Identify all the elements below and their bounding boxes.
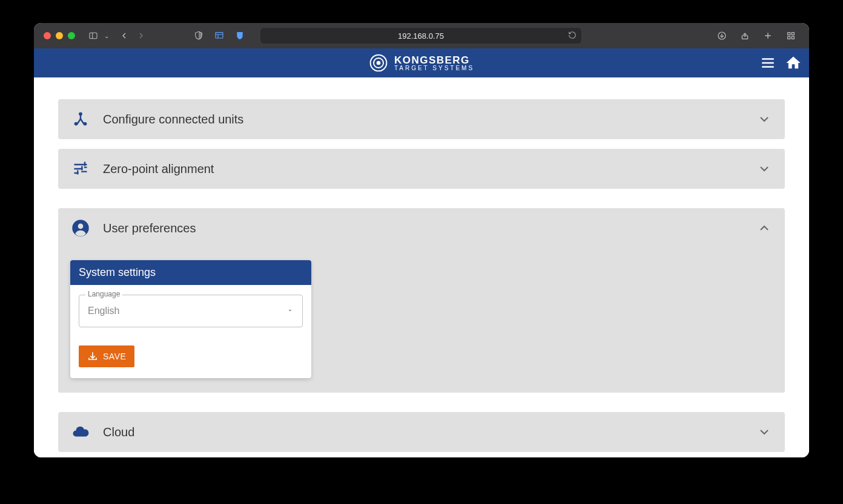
- chevron-down-icon: [757, 162, 772, 176]
- accordion-title: User preferences: [103, 221, 744, 235]
- extension-bitwarden-icon[interactable]: [231, 27, 248, 44]
- chevron-up-icon: [757, 221, 772, 235]
- svg-point-21: [79, 112, 82, 116]
- svg-rect-26: [84, 162, 85, 166]
- app-header: KONGSBERG TARGET SYSTEMS: [34, 48, 809, 77]
- accordion-header-zero[interactable]: Zero-point alignment: [58, 149, 785, 189]
- svg-rect-11: [788, 33, 790, 35]
- svg-rect-25: [81, 166, 82, 170]
- tab-overview-icon[interactable]: [782, 27, 799, 44]
- cloud-icon: [71, 423, 90, 441]
- browser-window: ⌄ 192.168.0.75: [34, 23, 809, 457]
- share-icon[interactable]: [736, 27, 753, 44]
- language-value: English: [88, 306, 286, 316]
- system-settings-card: System settings Language English: [70, 260, 311, 378]
- minimize-window-button[interactable]: [56, 32, 63, 39]
- brand-name: KONGSBERG: [394, 55, 474, 65]
- card-header: System settings: [70, 260, 311, 285]
- extension-devtools-icon[interactable]: [211, 27, 228, 44]
- address-bar[interactable]: 192.168.0.75: [260, 28, 581, 44]
- close-window-button[interactable]: [44, 32, 51, 39]
- svg-rect-12: [792, 33, 794, 35]
- reload-icon[interactable]: [568, 31, 577, 41]
- shield-icon[interactable]: [190, 27, 207, 44]
- user-icon: [71, 219, 90, 237]
- accordion-header-userprefs[interactable]: User preferences: [58, 208, 785, 248]
- accordion-configure-units: Configure connected units: [58, 99, 785, 139]
- accordion-header-cloud[interactable]: Cloud: [58, 412, 785, 452]
- sidebar-toggle-icon[interactable]: [85, 27, 102, 44]
- accordion-cloud: Cloud: [58, 412, 785, 452]
- svg-point-17: [377, 61, 381, 65]
- accordion-title: Cloud: [103, 425, 744, 439]
- svg-rect-13: [788, 36, 790, 39]
- accordion-zero-point: Zero-point alignment: [58, 149, 785, 189]
- maximize-window-button[interactable]: [68, 32, 75, 39]
- svg-rect-14: [792, 36, 794, 39]
- window-controls: [44, 32, 75, 39]
- tune-icon: [71, 160, 90, 178]
- dropdown-caret-icon: [286, 306, 294, 316]
- menu-button[interactable]: [759, 54, 776, 71]
- svg-rect-24: [77, 170, 78, 174]
- brand-logo-icon: [369, 53, 388, 73]
- save-download-icon: [87, 351, 98, 362]
- svg-rect-2: [216, 33, 223, 38]
- language-label: Language: [85, 290, 122, 298]
- chevron-down-icon: [757, 425, 772, 439]
- accordion-user-preferences: User preferences System settings Languag…: [58, 208, 785, 393]
- save-button[interactable]: SAVE: [79, 345, 134, 367]
- svg-rect-0: [90, 33, 97, 38]
- nav-back-button[interactable]: [116, 27, 132, 44]
- brand-subtitle: TARGET SYSTEMS: [394, 65, 474, 71]
- language-select[interactable]: Language English: [79, 295, 303, 327]
- nav-forward-button[interactable]: [133, 27, 149, 44]
- downloads-icon[interactable]: [713, 27, 730, 44]
- accordion-title: Zero-point alignment: [103, 162, 744, 176]
- hub-icon: [71, 110, 90, 128]
- new-tab-icon[interactable]: [759, 27, 776, 44]
- save-button-label: SAVE: [103, 352, 126, 361]
- brand: KONGSBERG TARGET SYSTEMS: [369, 53, 474, 73]
- page-content: Configure connected units Zero-point ali…: [34, 77, 809, 457]
- accordion-body-userprefs: System settings Language English: [58, 248, 785, 393]
- chevron-down-icon: [757, 112, 772, 126]
- accordion-header-configure[interactable]: Configure connected units: [58, 99, 785, 139]
- svg-point-28: [78, 224, 84, 229]
- browser-titlebar: ⌄ 192.168.0.75: [34, 23, 809, 48]
- url-text: 192.168.0.75: [398, 31, 444, 41]
- sidebar-menu-caret[interactable]: ⌄: [104, 33, 109, 39]
- home-button[interactable]: [785, 54, 802, 71]
- accordion-title: Configure connected units: [103, 113, 744, 126]
